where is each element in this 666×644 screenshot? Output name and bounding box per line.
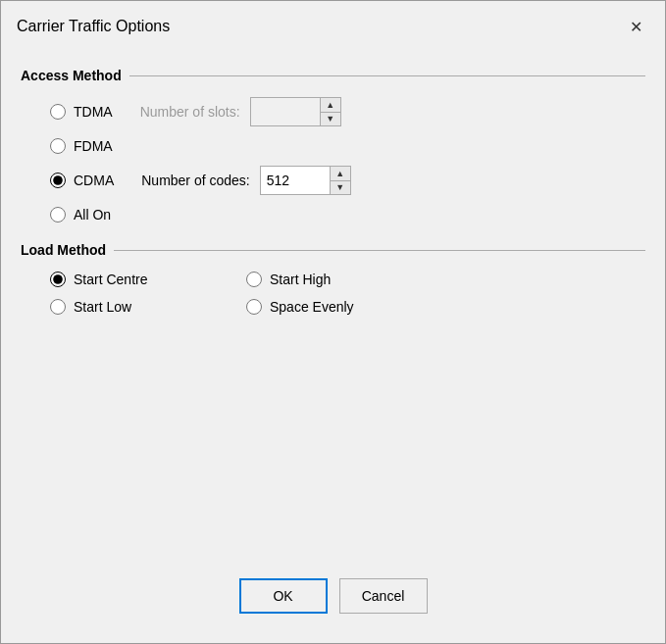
codes-input[interactable] xyxy=(261,167,330,194)
slots-input[interactable] xyxy=(251,98,320,125)
load-method-title: Load Method xyxy=(21,242,106,258)
start-high-row: Start High xyxy=(246,272,442,287)
slots-label: Number of slots: xyxy=(140,104,240,120)
start-high-label[interactable]: Start High xyxy=(270,272,331,287)
access-method-divider xyxy=(129,75,645,76)
load-method-radio-group: Start Centre Start High Start Low Space … xyxy=(21,272,645,315)
start-high-radio[interactable] xyxy=(246,272,262,287)
start-centre-row: Start Centre xyxy=(50,272,246,287)
start-low-radio[interactable] xyxy=(50,299,66,315)
start-centre-radio[interactable] xyxy=(50,272,66,287)
cdma-label[interactable]: CDMA xyxy=(74,173,114,188)
fdma-row: FDMA xyxy=(50,138,645,154)
allon-label[interactable]: All On xyxy=(74,207,111,223)
cdma-radio[interactable] xyxy=(50,173,66,188)
close-button[interactable]: ✕ xyxy=(622,13,649,40)
access-method-title: Access Method xyxy=(21,68,122,83)
space-evenly-label[interactable]: Space Evenly xyxy=(270,299,354,315)
access-method-header: Access Method xyxy=(21,68,645,83)
space-evenly-row: Space Evenly xyxy=(246,299,442,315)
codes-label: Number of codes: xyxy=(141,173,250,188)
codes-increment-button[interactable]: ▲ xyxy=(331,167,350,181)
slots-spinner-buttons: ▲ ▼ xyxy=(320,98,340,125)
tdma-row: TDMA Number of slots: ▲ ▼ xyxy=(50,97,645,126)
tdma-radio[interactable] xyxy=(50,104,66,120)
codes-spinner-group: Number of codes: ▲ ▼ xyxy=(141,166,351,195)
dialog-title: Carrier Traffic Options xyxy=(17,18,170,35)
allon-radio[interactable] xyxy=(50,207,66,223)
start-centre-label[interactable]: Start Centre xyxy=(74,272,147,287)
title-bar: Carrier Traffic Options ✕ xyxy=(1,1,665,48)
fdma-radio[interactable] xyxy=(50,138,66,154)
codes-spinner: ▲ ▼ xyxy=(260,166,351,195)
slots-spinner: ▲ ▼ xyxy=(250,97,341,126)
dialog-footer: OK Cancel xyxy=(1,559,665,643)
codes-spinner-buttons: ▲ ▼ xyxy=(330,167,350,194)
start-low-row: Start Low xyxy=(50,299,246,315)
allon-row: All On xyxy=(50,207,645,223)
load-method-divider xyxy=(114,250,645,251)
cdma-row: CDMA Number of codes: ▲ ▼ xyxy=(50,166,645,195)
tdma-label[interactable]: TDMA xyxy=(74,104,113,120)
fdma-label[interactable]: FDMA xyxy=(74,138,113,154)
access-method-section: Access Method TDMA Number of slots: ▲ xyxy=(21,58,645,223)
start-low-label[interactable]: Start Low xyxy=(74,299,131,315)
space-evenly-radio[interactable] xyxy=(246,299,262,315)
load-method-section: Load Method Start Centre Start High St xyxy=(21,232,645,315)
codes-decrement-button[interactable]: ▼ xyxy=(331,181,350,195)
ok-button[interactable]: OK xyxy=(239,578,328,614)
slots-spinner-group: Number of slots: ▲ ▼ xyxy=(140,97,341,126)
load-method-header: Load Method xyxy=(21,242,645,258)
cancel-button[interactable]: Cancel xyxy=(339,578,428,614)
slots-increment-button[interactable]: ▲ xyxy=(321,98,340,113)
dialog-content: Access Method TDMA Number of slots: ▲ xyxy=(1,48,665,559)
slots-decrement-button[interactable]: ▼ xyxy=(321,113,340,126)
dialog-container: Carrier Traffic Options ✕ Access Method … xyxy=(0,0,666,644)
access-method-radio-group: TDMA Number of slots: ▲ ▼ xyxy=(21,97,645,223)
